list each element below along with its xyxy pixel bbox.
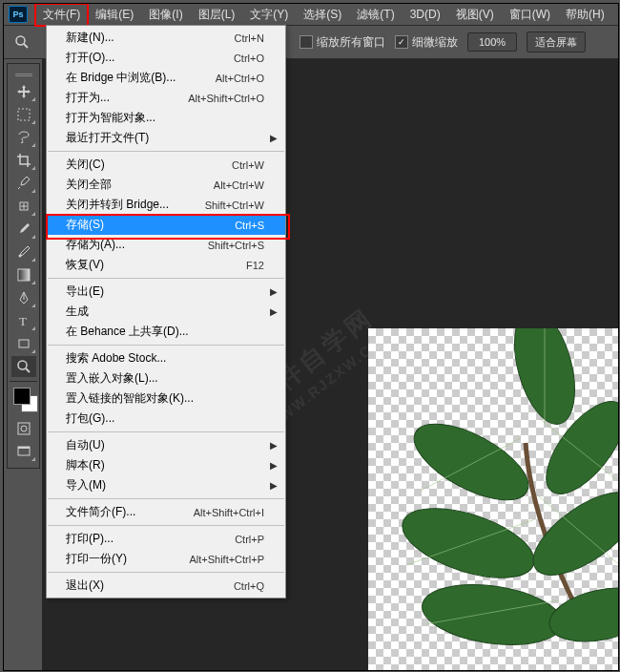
menu-edit[interactable]: 编辑(E) [88,4,141,26]
menu-item-shortcut: Alt+Shift+Ctrl+I [194,507,264,518]
menu-item[interactable]: 导入(M)▶ [47,475,285,495]
zoom-tool[interactable] [11,356,36,377]
menu-item[interactable]: 恢复(V)F12 [47,255,285,275]
menu-item[interactable]: 关闭并转到 Bridge...Shift+Ctrl+W [47,195,285,215]
zoom-percent-button[interactable]: 100% [467,32,517,52]
pen-tool[interactable] [11,287,36,308]
scrubby-zoom-checkbox[interactable]: ✓ 细微缩放 [395,34,458,51]
foreground-color-swatch[interactable] [13,388,31,405]
menu-item[interactable]: 新建(N)...Ctrl+N [47,28,285,48]
menu-item[interactable]: 生成▶ [47,302,285,322]
menu-item-label: 新建(N)... [66,30,235,46]
submenu-arrow-icon: ▶ [270,133,278,143]
submenu-arrow-icon: ▶ [270,480,278,491]
menu-view[interactable]: 视图(V) [448,4,502,26]
fit-screen-button[interactable]: 适合屏幕 [527,32,586,52]
gradient-tool[interactable] [11,264,36,285]
crop-tool[interactable] [11,150,36,171]
menu-item-label: 自动(U) [66,437,264,453]
menu-item[interactable]: 存储(S)Ctrl+S [47,215,285,235]
menu-item[interactable]: 打印一份(Y)Alt+Shift+Ctrl+P [47,549,285,569]
checkbox-icon [300,35,313,49]
menu-window[interactable]: 窗口(W) [502,4,558,26]
svg-rect-9 [19,340,29,347]
menu-item-shortcut: F12 [246,260,264,271]
menu-item[interactable]: 最近打开文件(T)▶ [47,128,285,148]
menu-item[interactable]: 退出(X)Ctrl+Q [47,576,285,596]
menu-image[interactable]: 图像(I) [141,4,190,26]
menu-item-label: 置入链接的智能对象(K)... [66,390,264,407]
menu-item-label: 在 Bridge 中浏览(B)... [66,70,216,86]
menu-item[interactable]: 文件简介(F)...Alt+Shift+Ctrl+I [47,502,285,522]
menu-separator [48,278,284,279]
brush-tool[interactable] [11,219,36,240]
rectangle-tool[interactable] [11,333,36,354]
menu-3d[interactable]: 3D(D) [403,5,448,24]
menu-item-shortcut: Alt+Shift+Ctrl+O [188,93,264,104]
menu-separator [48,498,284,499]
menu-item[interactable]: 置入嵌入对象(L)... [47,368,285,388]
menu-item-shortcut: Alt+Shift+Ctrl+P [189,554,264,565]
submenu-arrow-icon: ▶ [270,440,278,451]
eyedropper-tool[interactable] [11,173,36,194]
menu-file[interactable]: 文件(F) [35,4,88,26]
svg-rect-12 [18,423,30,434]
menu-filter[interactable]: 滤镜(T) [349,4,402,26]
resize-windows-checkbox[interactable]: 缩放所有窗口 [300,34,385,51]
menu-separator [48,525,284,526]
menu-item-shortcut: Ctrl+P [235,534,264,545]
screen-mode-tool[interactable] [11,441,36,462]
menu-item-shortcut: Ctrl+O [234,52,264,64]
svg-point-17 [403,409,540,514]
svg-rect-4 [18,109,30,120]
menu-item[interactable]: 打印(P)...Ctrl+P [47,529,285,549]
app-logo: Ps [9,6,28,23]
menu-help[interactable]: 帮助(H) [558,4,612,26]
menu-item-label: 打印一份(Y) [66,551,189,567]
history-brush-tool[interactable] [11,242,36,262]
menu-select[interactable]: 选择(S) [296,4,349,26]
menu-layer[interactable]: 图层(L) [191,4,243,26]
checkbox-checked-icon: ✓ [395,35,408,49]
menu-item[interactable]: 打包(G)... [47,409,285,429]
svg-line-1 [24,44,28,48]
menu-type[interactable]: 文字(Y) [242,4,296,26]
document-canvas[interactable] [368,328,618,670]
lasso-tool[interactable] [11,127,36,148]
menu-item[interactable]: 关闭全部Alt+Ctrl+W [47,175,285,195]
grip-icon[interactable] [11,70,36,79]
menu-item-label: 文件简介(F)... [66,504,194,520]
menu-item[interactable]: 置入链接的智能对象(K)... [47,388,285,409]
color-swatches[interactable] [11,388,35,412]
menu-item[interactable]: 存储为(A)...Shift+Ctrl+S [47,235,285,255]
file-dropdown-menu: 新建(N)...Ctrl+N打开(O)...Ctrl+O在 Bridge 中浏览… [46,25,286,598]
menu-item-shortcut: Ctrl+S [235,220,264,231]
menu-item[interactable]: 自动(U)▶ [47,435,285,455]
menu-item[interactable]: 打开(O)...Ctrl+O [47,48,285,68]
move-tool[interactable] [11,81,36,102]
menu-item[interactable]: 关闭(C)Ctrl+W [47,155,285,175]
quick-mask-tool[interactable] [11,418,36,439]
menu-item[interactable]: 打开为...Alt+Shift+Ctrl+O [47,88,285,108]
menu-item-label: 存储为(A)... [66,237,208,253]
menu-item-label: 关闭全部 [66,177,214,193]
menu-item-label: 置入嵌入对象(L)... [66,370,264,387]
svg-point-0 [16,36,25,45]
menu-separator [48,431,284,432]
svg-rect-3 [15,75,32,76]
type-tool[interactable]: T [11,310,36,331]
svg-text:T: T [19,314,27,327]
menu-item[interactable]: 脚本(R)▶ [47,455,285,475]
marquee-tool[interactable] [11,104,36,125]
menu-item[interactable]: 搜索 Adobe Stock... [47,348,285,368]
menu-item[interactable]: 导出(E)▶ [47,282,285,302]
menu-item[interactable]: 在 Behance 上共享(D)... [47,322,285,342]
menu-item[interactable]: 打开为智能对象... [47,108,285,128]
menu-item[interactable]: 在 Bridge 中浏览(B)...Alt+Ctrl+O [47,68,285,88]
submenu-arrow-icon: ▶ [270,286,278,297]
menu-item-label: 关闭并转到 Bridge... [66,197,205,213]
svg-rect-2 [15,74,32,74]
spot-heal-tool[interactable] [11,196,36,217]
svg-line-11 [26,368,30,372]
menu-item-shortcut: Alt+Ctrl+W [214,179,264,191]
